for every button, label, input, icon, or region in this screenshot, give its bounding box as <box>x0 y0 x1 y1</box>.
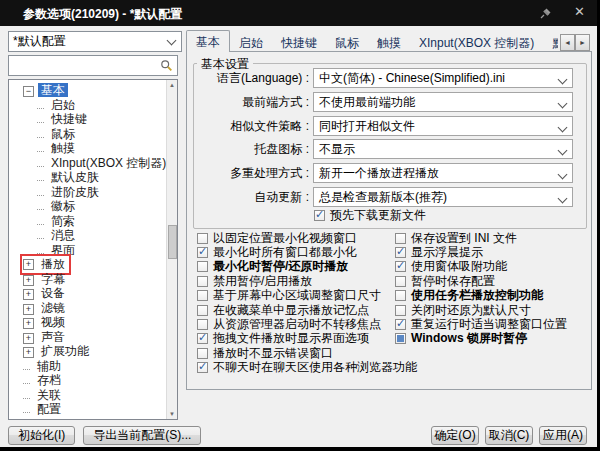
sidebar-button[interactable]: 导出当前配置(S)... <box>83 426 201 445</box>
tree-item[interactable]: −基本 <box>23 83 165 98</box>
checkbox-unchecked[interactable] <box>197 319 208 330</box>
tab-strip: 基本启始快捷键鼠标触摸XInput(XBOX 控制器)默认皮肤进阶皮肤 <box>186 30 558 52</box>
combo-select[interactable]: 中文(简体) - Chinese(Simplified).ini <box>313 68 573 88</box>
checkbox-checked[interactable]: ✓ <box>197 362 208 373</box>
combo-select[interactable]: 同时打开相似文件 <box>313 116 573 136</box>
close-icon[interactable]: ✕ <box>574 4 585 19</box>
checkbox-checked[interactable]: ✓ <box>197 247 208 258</box>
expand-icon[interactable]: + <box>23 333 34 344</box>
checkbox-checked[interactable]: ✓ <box>395 247 406 258</box>
expand-icon[interactable]: + <box>23 318 34 329</box>
expand-icon[interactable]: + <box>23 275 34 286</box>
check-mark-icon: ✓ <box>396 259 405 272</box>
tree-item[interactable]: +滤镜 <box>23 301 165 316</box>
checkbox-checked[interactable]: ✓ <box>395 319 406 330</box>
dialog-button[interactable]: 确定(O) <box>431 426 479 445</box>
tree-item[interactable]: 配置 <box>23 402 165 417</box>
tree-item-label: 声音 <box>38 330 68 344</box>
checkbox-unchecked[interactable] <box>197 290 208 301</box>
checkbox-unchecked[interactable] <box>197 276 208 287</box>
pin-icon[interactable] <box>539 6 553 20</box>
tree-connector <box>23 369 30 370</box>
checkbox-checked[interactable]: ✓ <box>197 333 208 344</box>
tree-connector <box>23 398 30 399</box>
checkbox-row[interactable]: Windows 锁屏时暂停 <box>395 332 567 346</box>
expand-icon[interactable]: + <box>23 347 34 358</box>
tab-item[interactable]: 快捷键 <box>272 31 326 52</box>
tree-item-label: 消息 <box>48 228 78 242</box>
expand-icon[interactable]: + <box>23 259 34 270</box>
tree-item[interactable]: 默认皮肤 <box>37 170 165 185</box>
search-input[interactable] <box>8 55 178 76</box>
tree-item[interactable]: 消息 <box>37 228 165 243</box>
tree-item-content: 辅助 <box>23 359 64 374</box>
tree-item-content: 界面 <box>37 243 78 258</box>
tab-item[interactable]: 启始 <box>230 31 272 52</box>
tree-item[interactable]: +播放 <box>23 257 165 272</box>
combo-select[interactable]: 不使用最前端功能 <box>313 92 573 112</box>
checkbox-unchecked[interactable] <box>197 261 208 272</box>
tree-item[interactable]: 触摸 <box>37 141 165 156</box>
collapse-icon[interactable]: − <box>23 86 34 97</box>
tree-scrollbar[interactable]: ▲ ▼ <box>166 80 177 419</box>
tab-item[interactable]: 触摸 <box>368 31 410 52</box>
scroll-down-icon[interactable]: ▼ <box>168 411 176 417</box>
tab-item[interactable]: XInput(XBOX 控制器) <box>410 31 543 52</box>
titlebar: 参数选项(210209) - *默认配置 ✕ <box>0 0 597 26</box>
combo-value: 新开一个播放进程播放 <box>319 166 439 180</box>
tree-item[interactable]: 简索 <box>37 214 165 229</box>
scroll-up-icon[interactable]: ▲ <box>168 82 176 88</box>
tab-active[interactable]: 基本 <box>186 30 230 52</box>
checkbox-unchecked[interactable] <box>395 276 406 287</box>
checkbox-unchecked[interactable] <box>197 233 208 244</box>
tree-item[interactable]: 关联 <box>23 388 165 403</box>
checkbox-unchecked[interactable] <box>395 233 406 244</box>
combo-select[interactable]: 新开一个播放进程播放 <box>313 163 573 183</box>
sidebar-button[interactable]: 初始化(I) <box>8 426 75 445</box>
tree-item-label: 快捷键 <box>48 112 90 126</box>
expand-icon[interactable]: + <box>23 289 34 300</box>
tree-item-content: 触摸 <box>37 141 78 156</box>
checkbox-row[interactable]: ✓不聊天时在聊天区使用各种浏览器功能 <box>197 361 417 375</box>
checkbox-unchecked[interactable] <box>197 348 208 359</box>
tree-item[interactable]: 存档 <box>23 373 165 388</box>
tree-item-label: 鼠标 <box>48 127 78 141</box>
tree-item[interactable]: 界面 <box>37 243 165 258</box>
checkbox-unchecked[interactable] <box>395 290 406 301</box>
checkbox-row[interactable]: ✓预先下载更新文件 <box>314 208 426 222</box>
tree-item[interactable]: 进阶皮肤 <box>37 185 165 200</box>
tab-scroll-right-icon[interactable]: ► <box>575 34 590 51</box>
tree-connector <box>37 137 44 138</box>
tree-item[interactable]: +视频 <box>23 315 165 330</box>
settings-tree: −基本启始快捷键鼠标触摸XInput(XBOX 控制器)默认皮肤进阶皮肤徽标简索… <box>8 79 178 420</box>
tab-scroll-left-icon[interactable]: ◄ <box>560 34 575 51</box>
tree-item[interactable]: +设备 <box>23 286 165 301</box>
tree-item[interactable]: 徽标 <box>37 199 165 214</box>
tree-item[interactable]: 鼠标 <box>37 127 165 142</box>
checkbox-checked[interactable]: ✓ <box>314 210 325 221</box>
check-mark-icon: ✓ <box>315 208 324 221</box>
tab-item[interactable]: 鼠标 <box>326 31 368 52</box>
combo-select[interactable]: 不显示 <box>313 139 573 159</box>
checkbox-unchecked[interactable] <box>197 305 208 316</box>
checkbox-unchecked[interactable] <box>395 305 406 316</box>
dialog-button[interactable]: 应用(A) <box>539 426 587 445</box>
chevron-down-icon <box>558 122 568 132</box>
profile-dropdown[interactable]: *默认配置 <box>8 31 182 52</box>
tree-item[interactable]: XInput(XBOX 控制器) <box>37 156 165 171</box>
tree-item-label: 基本 <box>38 83 68 97</box>
tree-item[interactable]: +扩展功能 <box>23 344 165 359</box>
tree-item[interactable]: 辅助 <box>23 359 165 374</box>
expand-icon[interactable]: + <box>23 304 34 315</box>
checkbox-indeterminate[interactable] <box>395 333 406 344</box>
tree-item[interactable]: 启始 <box>37 98 165 113</box>
checkbox-checked[interactable]: ✓ <box>395 261 406 272</box>
scrollbar-thumb[interactable] <box>168 225 177 259</box>
tree-connector <box>37 166 44 167</box>
tab-item[interactable]: 默认皮肤 <box>543 31 558 52</box>
combo-select[interactable]: 总是检查最新版本(推荐) <box>313 187 573 207</box>
tree-item[interactable]: +声音 <box>23 330 165 345</box>
tree-item[interactable]: 快捷键 <box>37 112 165 127</box>
tree-item[interactable]: +字幕 <box>23 272 165 287</box>
dialog-button[interactable]: 取消(C) <box>485 426 533 445</box>
